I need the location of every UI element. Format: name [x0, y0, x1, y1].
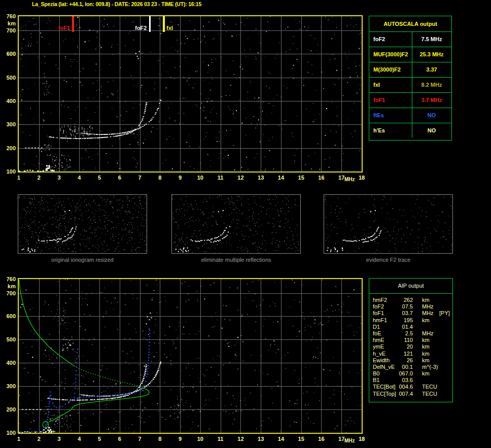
aip-row-unit: MHz [422, 303, 434, 310]
aip-row-label: ymE [373, 343, 384, 350]
marker-line-foF1 [72, 16, 74, 32]
y-tick-label: 500 [1, 75, 16, 81]
aip-row-value: 067.0 [390, 370, 413, 377]
x-tick-label: 5 [93, 436, 106, 442]
autoscala-output-table: AUTOSCALA output foF27.5 MHzMUF(3000)F22… [369, 16, 452, 141]
aip-row-label: h_vE [373, 351, 385, 357]
y-tick-label: 600 [1, 313, 16, 319]
autoscala-row-label: fxI [373, 78, 380, 92]
y-tick-label: 300 [1, 383, 16, 389]
y-tick-label: 500 [1, 336, 16, 342]
y-tick-label: 400 [1, 98, 16, 104]
x-tick-label: 5 [93, 175, 106, 181]
x-tick-label: 16 [315, 436, 327, 442]
aip-row-label: foE [373, 330, 381, 337]
x-tick-label: 6 [114, 436, 126, 442]
y-tick-label: 760 [1, 13, 16, 19]
aip-row-B0: B0067.0km [369, 370, 452, 377]
x-tick-label: 15 [295, 436, 307, 442]
aip-row-hmE: hmE110km [369, 337, 452, 343]
aip-row-h_vE: h_vE121km [369, 351, 452, 357]
aip-row-value: 195 [390, 317, 413, 324]
y-axis-unit: km [1, 283, 16, 289]
aip-row-unit: TECU [422, 391, 437, 397]
marker-line-foF2 [149, 16, 151, 32]
aip-row-value: 110 [390, 337, 413, 343]
x-tick-label: 8 [154, 175, 166, 181]
x-tick-label: 13 [255, 436, 267, 442]
aip-row-foF1: foF103.7MHz[PY] [369, 310, 452, 317]
autoscala-row-value: 25.3 MHz [412, 47, 451, 62]
thumbnail-f2-trace [324, 194, 453, 254]
x-tick-label: 12 [234, 175, 247, 181]
marker-line-fxI [163, 16, 165, 32]
aip-row-unit: km [422, 297, 430, 303]
y-tick-label: 100 [1, 430, 16, 436]
aip-row-value: 26 [390, 357, 413, 364]
aip-row-unit: TECU [422, 384, 437, 390]
aip-row-value: 00.1 [390, 364, 413, 370]
aip-row-label: B1 [373, 377, 379, 384]
autoscala-row-fxI: fxI8.2 MHz [369, 77, 451, 92]
y-tick-label: 600 [1, 51, 16, 57]
x-tick-label: 15 [295, 175, 307, 181]
x-tick-label: 7 [134, 175, 146, 181]
top-ionogram-canvas [19, 16, 362, 171]
page-title: La_Spezia (lat: +44.1, lon: 009.8) - DAT… [32, 1, 201, 7]
aip-row-value: 01.4 [390, 324, 413, 330]
aip-row-Ewidth: Ewidth26km [369, 357, 452, 364]
autoscala-row-value: 3.7 MHz [412, 93, 451, 108]
y-axis-unit: km [1, 20, 16, 26]
x-tick-label: 13 [255, 175, 267, 181]
marker-label-foF2: foF2 [125, 25, 147, 31]
autoscala-table-rows: foF27.5 MHzMUF(3000)F225.3 MHzM(3000)F23… [369, 31, 451, 138]
autoscala-row-h'Es: h'EsNO [369, 123, 451, 138]
autoscala-table-title: AUTOSCALA output [369, 16, 451, 31]
thumbnail-caption-eliminate: eliminate multiple reflections [171, 257, 301, 263]
aip-row-label: foF2 [373, 303, 384, 310]
x-tick-label: 9 [174, 175, 186, 181]
y-tick-label: 700 [1, 290, 16, 296]
autoscala-row-label: ftEs [373, 108, 384, 123]
x-tick-label: 11 [215, 175, 227, 181]
aip-row-unit: km [422, 351, 430, 357]
aip-row-TEC[Top]: TEC[Top]007.4TECU [369, 391, 452, 397]
aip-row-value: 262 [390, 297, 413, 303]
aip-row-label: hmF1 [373, 317, 387, 324]
aip-output-table: AIP output hmF2262kmfoF207.5MHzfoF103.7M… [369, 278, 453, 402]
aip-row-value: 03.7 [390, 310, 413, 317]
aip-row-unit: m^(-3) [422, 364, 438, 370]
x-tick-label: 14 [275, 436, 287, 442]
x-tick-label: 3 [53, 175, 65, 181]
thumbnail-original-ionogram [18, 194, 147, 254]
x-tick-label: 16 [315, 175, 327, 181]
bottom-ionogram-plot [18, 278, 363, 434]
autoscala-row-MUF(3000)F2: MUF(3000)F225.3 MHz [369, 47, 451, 62]
aip-row-value: 2.5 [390, 330, 413, 337]
x-tick-label: 8 [154, 436, 166, 442]
x-axis-unit: MHz [344, 177, 355, 182]
aip-row-unit: km [422, 343, 430, 350]
x-tick-label: 2 [33, 175, 45, 181]
thumbnail-f2-canvas [324, 195, 452, 253]
aip-row-value: 03.6 [390, 377, 413, 384]
marker-label-foF1: foF1 [49, 25, 70, 31]
x-tick-label: 4 [73, 175, 85, 181]
y-tick-label: 760 [1, 276, 16, 282]
x-tick-label: 18 [356, 175, 368, 181]
autoscala-row-foF2: foF27.5 MHz [369, 31, 451, 47]
autoscala-window: La_Spezia (lat: +44.1, lon: 009.8) - DAT… [0, 0, 491, 448]
x-tick-label: 7 [134, 436, 146, 442]
aip-row-value: 20 [390, 343, 413, 350]
aip-row-ymE: ymE20km [369, 343, 452, 350]
aip-row-hmF2: hmF2262km [369, 297, 452, 303]
x-tick-label: 10 [194, 436, 206, 442]
autoscala-row-ftEs: ftEsNO [369, 108, 451, 123]
aip-table-rows: hmF2262kmfoF207.5MHzfoF103.7MHz[PY]hmF11… [369, 297, 452, 401]
y-tick-label: 400 [1, 360, 16, 366]
aip-row-label: D1 [373, 324, 380, 330]
y-tick-label: 100 [1, 168, 16, 175]
y-tick-label: 200 [1, 145, 16, 151]
aip-row-label: hmE [373, 337, 384, 343]
x-tick-label: 1 [13, 175, 25, 181]
